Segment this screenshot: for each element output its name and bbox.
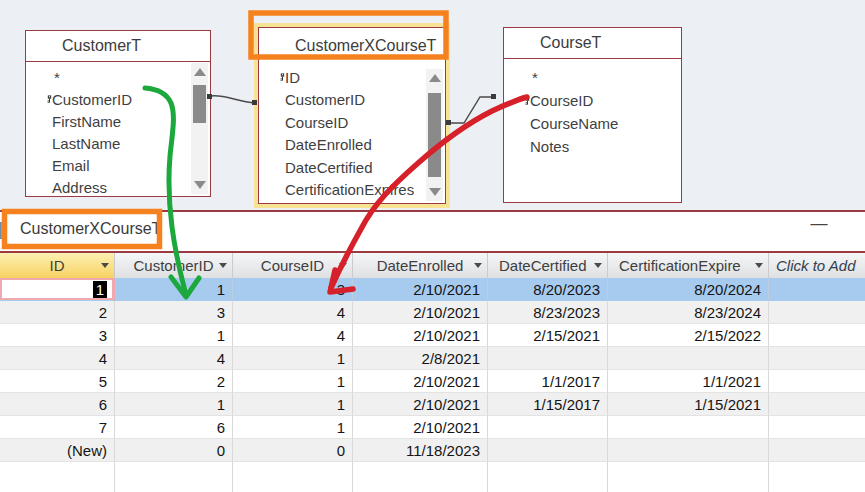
cell-customer_id[interactable]: 1 (115, 278, 233, 301)
cell-course_id[interactable]: 1 (233, 416, 353, 439)
table-box-CustomerXCourseT[interactable]: CustomerXCourseTIDCustomerIDCourseIDDate… (258, 27, 446, 204)
scrollbar[interactable] (426, 69, 443, 201)
scroll-down-icon[interactable] (194, 181, 206, 189)
cell-date_enrolled[interactable]: 2/10/2021 (353, 324, 488, 347)
cell-id[interactable]: (New) (0, 439, 115, 462)
field-row[interactable]: DateEnrolled (259, 134, 445, 157)
cell-customer_id[interactable]: 2 (115, 370, 233, 393)
cell-date_enrolled[interactable]: 2/10/2021 (353, 301, 488, 324)
cell-certification_expires[interactable] (608, 416, 769, 439)
cell-date_enrolled[interactable]: 2/10/2021 (353, 370, 488, 393)
field-row[interactable]: CourseID (259, 111, 445, 134)
field-row[interactable]: CustomerID (26, 88, 210, 110)
cell-date_certified[interactable] (488, 416, 608, 439)
cell-customer_id[interactable]: 1 (115, 393, 233, 416)
click-to-add-cell[interactable] (769, 324, 865, 347)
field-row[interactable]: * (504, 66, 681, 89)
cell-date_enrolled[interactable]: 2/10/2021 (353, 278, 488, 301)
cell-date_enrolled[interactable]: 11/18/2023 (353, 439, 488, 462)
cell-certification_expires[interactable]: 1/1/2021 (608, 370, 769, 393)
cell-date_certified[interactable] (488, 347, 608, 370)
field-row[interactable]: * (26, 66, 210, 88)
relationship-line-courset[interactable] (450, 97, 493, 123)
scroll-down-icon[interactable] (429, 188, 441, 196)
column-header-ID[interactable]: ID (0, 253, 115, 278)
cell-id[interactable]: 6 (0, 393, 115, 416)
scrollbar-thumb[interactable] (193, 85, 206, 123)
scrollbar-thumb[interactable] (428, 93, 441, 177)
cell-id[interactable]: 2 (0, 301, 115, 324)
field-row[interactable]: Address (26, 176, 210, 198)
table-row[interactable]: 7612/10/2021 (0, 416, 865, 439)
cell-customer_id[interactable]: 0 (115, 439, 233, 462)
cell-date_certified[interactable]: 8/23/2023 (488, 301, 608, 324)
cell-date_certified[interactable]: 2/15/2021 (488, 324, 608, 347)
cell-date_certified[interactable]: 8/20/2023 (488, 278, 608, 301)
table-row[interactable]: 6112/10/20211/15/20171/15/2021 (0, 393, 865, 416)
field-row[interactable]: Notes (504, 135, 681, 158)
cell-customer_id[interactable]: 6 (115, 416, 233, 439)
cell-course_id[interactable]: 1 (233, 393, 353, 416)
cell-course_id[interactable]: 1 (233, 347, 353, 370)
table-box-title[interactable]: CourseT (504, 28, 681, 59)
field-row[interactable]: Email (26, 154, 210, 176)
table-row[interactable]: 3142/10/20212/15/20212/15/2022 (0, 324, 865, 347)
cell-certification_expires[interactable]: 8/23/2024 (608, 301, 769, 324)
cell-id[interactable]: 3 (0, 324, 115, 347)
column-dropdown-icon[interactable] (755, 263, 763, 268)
cell-certification_expires[interactable] (608, 347, 769, 370)
column-header-CourseID[interactable]: CourseID (233, 253, 353, 278)
cell-date_certified[interactable]: 1/15/2017 (488, 393, 608, 416)
scroll-up-icon[interactable] (429, 74, 441, 82)
click-to-add-cell[interactable] (769, 370, 865, 393)
scroll-up-icon[interactable] (194, 68, 206, 76)
cell-certification_expires[interactable]: 2/15/2022 (608, 324, 769, 347)
cell-certification_expires[interactable]: 1/15/2021 (608, 393, 769, 416)
cell-certification_expires[interactable] (608, 439, 769, 462)
column-header-DateEnrolled[interactable]: DateEnrolled (353, 253, 488, 278)
cell-course_id[interactable]: 0 (233, 439, 353, 462)
relationship-line-customert[interactable] (211, 96, 255, 103)
cell-date_enrolled[interactable]: 2/8/2021 (353, 347, 488, 370)
column-dropdown-icon[interactable] (101, 263, 109, 268)
cell-id[interactable]: 1 (0, 278, 115, 301)
table-box-title[interactable]: CustomerT (26, 31, 210, 62)
click-to-add-cell[interactable] (769, 278, 865, 301)
click-to-add-cell[interactable] (769, 347, 865, 370)
cell-certification_expires[interactable]: 8/20/2024 (608, 278, 769, 301)
field-row[interactable]: CertificationExpires (259, 179, 445, 202)
minimize-icon[interactable]: — (806, 214, 832, 234)
column-dropdown-icon[interactable] (594, 263, 602, 268)
field-row[interactable]: ID (259, 66, 445, 89)
column-dropdown-icon[interactable] (474, 263, 482, 268)
cell-date_certified[interactable]: 1/1/2017 (488, 370, 608, 393)
cell-customer_id[interactable]: 1 (115, 324, 233, 347)
column-header-CertificationExpire[interactable]: CertificationExpire (608, 253, 769, 278)
table-row[interactable]: 1132/10/20218/20/20238/20/2024 (0, 278, 865, 301)
click-to-add-cell[interactable] (769, 301, 865, 324)
field-row[interactable]: DateCertified (259, 156, 445, 179)
cell-date_enrolled[interactable]: 2/10/2021 (353, 393, 488, 416)
field-row[interactable]: CourseID (504, 89, 681, 112)
table-row[interactable]: 2342/10/20218/23/20238/23/2024 (0, 301, 865, 324)
cell-course_id[interactable]: 4 (233, 324, 353, 347)
datasheet-tab-title[interactable]: CustomerXCourseT (20, 220, 161, 238)
field-row[interactable]: CustomerID (259, 89, 445, 112)
cell-id[interactable]: 7 (0, 416, 115, 439)
column-dropdown-icon[interactable] (339, 263, 347, 268)
field-row[interactable]: FirstName (26, 110, 210, 132)
cell-course_id[interactable]: 1 (233, 370, 353, 393)
new-record-row[interactable]: (New)0011/18/2023 (0, 439, 865, 462)
scrollbar[interactable] (191, 63, 208, 194)
column-header-DateCertified[interactable]: DateCertified (488, 253, 608, 278)
table-box-CourseT[interactable]: CourseT*CourseIDCourseNameNotes (503, 27, 682, 203)
table-row[interactable]: 5212/10/20211/1/20171/1/2021 (0, 370, 865, 393)
column-dropdown-icon[interactable] (219, 263, 227, 268)
cell-id[interactable]: 5 (0, 370, 115, 393)
table-box-CustomerT[interactable]: CustomerT*CustomerIDFirstNameLastNameEma… (25, 30, 211, 197)
cell-date_enrolled[interactable]: 2/10/2021 (353, 416, 488, 439)
column-header-CustomerID[interactable]: CustomerID (115, 253, 233, 278)
cell-date_certified[interactable] (488, 439, 608, 462)
table-box-title[interactable]: CustomerXCourseT (259, 28, 445, 64)
click-to-add-cell[interactable] (769, 416, 865, 439)
